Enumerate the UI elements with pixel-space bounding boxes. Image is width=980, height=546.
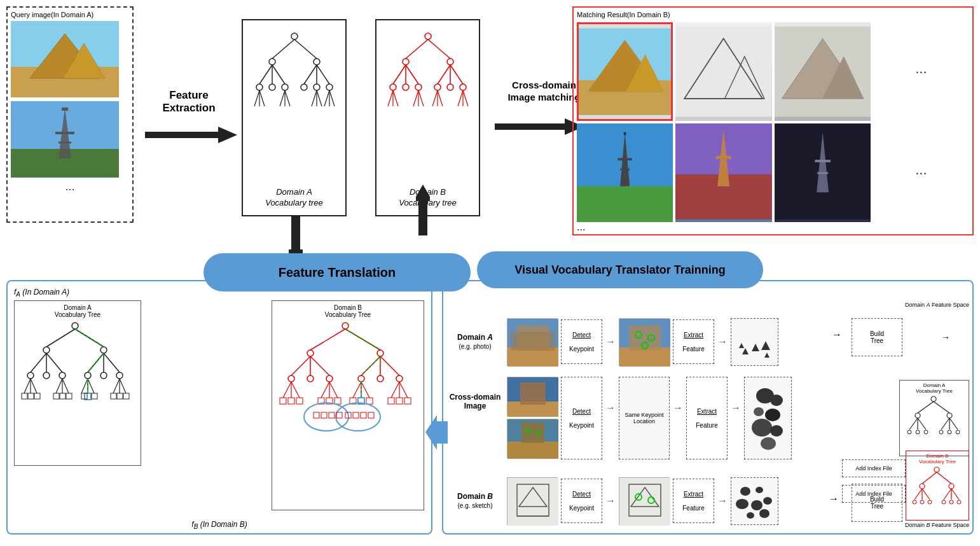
- svg-line-57: [388, 90, 393, 106]
- svg-line-259: [922, 472, 937, 484]
- arrow-to-build-tree-a: →: [832, 329, 842, 340]
- svg-line-50: [450, 65, 463, 84]
- svg-line-116: [24, 379, 31, 393]
- svg-point-256: [747, 512, 754, 519]
- svg-point-155: [307, 375, 314, 382]
- svg-marker-71: [416, 185, 430, 235]
- svg-line-166: [353, 382, 361, 398]
- build-tree-a-box: Build Tree: [852, 318, 902, 356]
- svg-point-14: [269, 59, 275, 65]
- svg-line-36: [317, 90, 322, 106]
- svg-point-24: [282, 84, 288, 90]
- bl-tree-b-title: Domain BVocabulary Tree: [275, 304, 420, 318]
- svg-line-124: [88, 379, 94, 393]
- svg-rect-242: [507, 478, 558, 526]
- svg-rect-189: [329, 412, 335, 418]
- domain-b-vt-final: Domain BVocabulary Tree: [906, 451, 969, 521]
- svg-rect-183: [396, 398, 403, 404]
- svg-point-112: [59, 372, 66, 379]
- svg-point-156: [326, 375, 333, 382]
- svg-point-159: [396, 375, 403, 382]
- feature-space-b-vis: [731, 477, 778, 525]
- svg-point-51: [390, 84, 396, 90]
- svg-line-19: [304, 65, 317, 84]
- extract-feature-cross: ExtractFeature: [686, 377, 728, 459]
- svg-rect-192: [353, 412, 359, 418]
- svg-point-262: [949, 484, 954, 489]
- svg-point-54: [434, 84, 441, 90]
- svg-rect-178: [335, 398, 341, 404]
- svg-point-100: [43, 347, 50, 353]
- bl-tree-a-title: Domain AVocabulary Tree: [18, 304, 137, 318]
- svg-rect-175: [296, 398, 303, 404]
- svg-line-268: [951, 489, 959, 500]
- domain-a-keypoint-img: [619, 318, 670, 366]
- matching-result-title: Matching Result(In Domain B): [577, 11, 969, 18]
- svg-line-172: [399, 382, 408, 398]
- svg-point-27: [326, 84, 333, 90]
- domain-a-tree-label: Domain AVocabulary tree: [265, 187, 323, 215]
- svg-point-146: [377, 350, 383, 356]
- domain-b-tree-svg: [383, 27, 473, 154]
- svg-point-23: [269, 84, 275, 90]
- svg-line-142: [310, 329, 345, 350]
- arrow-b-dk: →: [605, 495, 616, 507]
- arrow-to-build-tree-b: →: [829, 493, 839, 505]
- domain-a-img: [507, 318, 558, 366]
- arrow-cross-ef: →: [731, 377, 741, 414]
- vvt-training-bubble: Visual Vocabulary Translator Trainning: [477, 251, 763, 288]
- arrow-b-ef: →: [717, 495, 728, 507]
- svg-line-41: [406, 39, 428, 59]
- svg-line-65: [438, 90, 443, 106]
- svg-marker-205: [742, 348, 749, 354]
- svg-line-263: [914, 489, 922, 500]
- cross-domain-img-1: [507, 377, 558, 416]
- svg-line-163: [321, 382, 329, 398]
- svg-rect-134: [60, 393, 66, 399]
- svg-point-238: [765, 409, 780, 421]
- match-eiffel-1: [577, 123, 673, 222]
- match-pyramid-2: [675, 22, 771, 121]
- arrow-a-dk: →: [605, 336, 616, 347]
- domain-a-label: Domain A(e.g. photo): [446, 333, 504, 351]
- arrow-final-a: →: [941, 332, 950, 342]
- same-keypoint-location: Same KeypointLocation: [619, 377, 670, 459]
- cross-domain-arrow: [495, 118, 574, 137]
- query-image-box: Query image(In Domain A) ···: [6, 6, 134, 223]
- svg-line-30: [259, 90, 265, 106]
- svg-line-66: [458, 90, 463, 106]
- svg-line-122: [81, 379, 88, 393]
- svg-line-152: [380, 356, 399, 375]
- svg-point-22: [256, 84, 263, 90]
- svg-rect-139: [117, 393, 123, 399]
- match-eiffel-2: [675, 123, 771, 222]
- svg-line-170: [391, 382, 399, 398]
- svg-line-12: [272, 39, 294, 59]
- svg-point-115: [116, 372, 123, 379]
- svg-line-59: [393, 90, 398, 106]
- extract-feature-b: ExtractFeature: [673, 479, 714, 523]
- svg-marker-208: [739, 343, 744, 348]
- svg-line-119: [56, 379, 62, 393]
- svg-rect-132: [34, 393, 40, 399]
- extract-feature-a: ExtractFeature: [673, 319, 714, 364]
- cross-domain-row: Cross-domainImage: [446, 377, 969, 466]
- query-box-title: Query image(In Domain A): [11, 11, 129, 18]
- feature-extraction-label: Feature Extraction: [141, 89, 237, 115]
- svg-line-37: [324, 90, 329, 106]
- svg-rect-198: [511, 332, 555, 351]
- match-eiffel-3: [775, 123, 871, 222]
- feature-cross-vis: [744, 377, 792, 459]
- svg-line-265: [922, 489, 930, 500]
- svg-rect-231: [507, 442, 558, 459]
- svg-line-21: [317, 65, 329, 84]
- svg-line-68: [463, 90, 468, 106]
- svg-line-42: [428, 39, 450, 59]
- svg-line-103: [31, 353, 46, 372]
- svg-rect-131: [28, 393, 34, 399]
- svg-rect-187: [314, 412, 319, 418]
- svg-point-274: [957, 500, 961, 504]
- svg-point-239: [752, 419, 772, 437]
- svg-line-16: [259, 65, 272, 84]
- svg-rect-7: [62, 108, 68, 111]
